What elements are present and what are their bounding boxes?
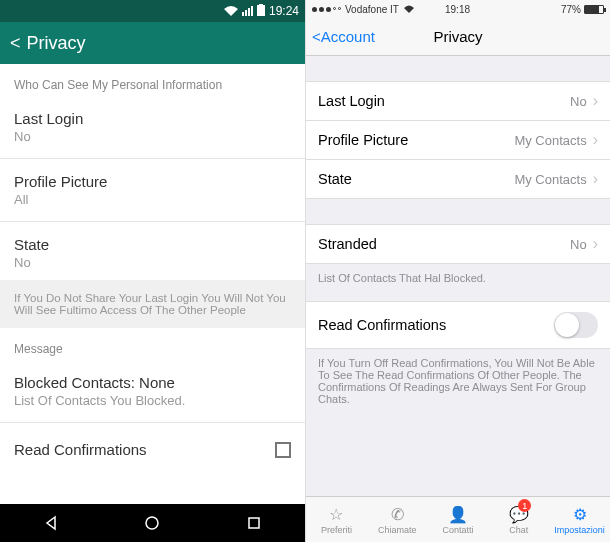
chevron-right-icon: › [593, 235, 598, 252]
tab-label: Impostazioni [554, 525, 605, 535]
stranded-label: Stranded [318, 236, 377, 252]
tab-calls[interactable]: ✆ Chiamate [367, 497, 428, 542]
read-confirm-switch[interactable] [554, 312, 598, 338]
page-title: Privacy [433, 28, 482, 45]
blocked-sub: List Of Contacts You Blocked. [14, 393, 291, 408]
tab-favorites[interactable]: ☆ Preferiti [306, 497, 367, 542]
tab-contacts[interactable]: 👤 Contatti [428, 497, 489, 542]
divider [0, 221, 305, 222]
ios-tabbar: ☆ Preferiti ✆ Chiamate 👤 Contatti 1 💬 Ch… [306, 496, 610, 542]
divider [0, 422, 305, 423]
stranded-value: No [570, 237, 587, 252]
last-login-value: No [14, 129, 291, 144]
svg-rect-1 [259, 4, 263, 6]
note-text: If You Do Not Share Your Last Login You … [0, 280, 305, 328]
row-state[interactable]: State My Contacts› [306, 159, 610, 199]
profile-picture-label: Profile Picture [318, 132, 408, 148]
android-navbar [0, 504, 305, 542]
person-icon: 👤 [448, 505, 468, 524]
battery-icon [584, 5, 604, 14]
last-login-value: No [570, 94, 587, 109]
message-header: Message [0, 328, 305, 364]
android-statusbar: 19:24 [0, 0, 305, 22]
last-login-label: Last Login [318, 93, 385, 109]
ios-panel: Vodafone IT 19:18 77% <Account Privacy L… [305, 0, 610, 542]
row-read-confirmations[interactable]: Read Confirmations [306, 301, 610, 349]
spacer [306, 199, 610, 225]
chevron-right-icon: › [593, 131, 598, 148]
wifi-icon [224, 6, 238, 16]
read-confirm-label: Read Confirmations [14, 441, 147, 458]
tab-label: Chiamate [378, 525, 417, 535]
row-last-login[interactable]: Last Login No [0, 100, 305, 154]
tab-label: Contatti [442, 525, 473, 535]
chevron-right-icon: › [593, 170, 598, 187]
row-stranded[interactable]: Stranded No› [306, 224, 610, 264]
state-label: State [14, 236, 291, 253]
svg-rect-3 [249, 518, 259, 528]
divider [0, 158, 305, 159]
star-icon: ☆ [329, 505, 343, 524]
chevron-right-icon: › [593, 92, 598, 109]
blocked-label: Blocked Contacts: None [14, 374, 291, 391]
state-value: My Contacts [514, 172, 586, 187]
ios-header: <Account Privacy [306, 18, 610, 56]
android-panel: 19:24 < Privacy Who Can See My Personal … [0, 0, 305, 542]
back-label: Account [321, 28, 375, 45]
spacer [306, 56, 610, 82]
phone-icon: ✆ [391, 505, 404, 524]
svg-rect-0 [257, 5, 265, 16]
nav-back-icon[interactable] [43, 515, 59, 531]
android-header: < Privacy [0, 22, 305, 64]
nav-recent-icon[interactable] [246, 515, 262, 531]
back-icon[interactable]: < [10, 33, 21, 54]
last-login-label: Last Login [14, 110, 291, 127]
state-label: State [318, 171, 352, 187]
tab-settings[interactable]: ⚙ Impostazioni [549, 497, 610, 542]
row-state[interactable]: State No [0, 226, 305, 280]
page-title: Privacy [27, 33, 86, 54]
back-button[interactable]: <Account [312, 28, 375, 45]
row-last-login[interactable]: Last Login No› [306, 81, 610, 121]
status-time: 19:24 [269, 4, 299, 18]
tab-chat[interactable]: 1 💬 Chat [488, 497, 549, 542]
read-confirm-checkbox[interactable] [275, 442, 291, 458]
chat-badge: 1 [518, 499, 531, 512]
nav-home-icon[interactable] [144, 515, 160, 531]
row-blocked-contacts[interactable]: Blocked Contacts: None List Of Contacts … [0, 364, 305, 418]
state-value: No [14, 255, 291, 270]
section-header: Who Can See My Personal Information [0, 64, 305, 100]
gear-icon: ⚙ [573, 505, 587, 524]
ios-statusbar: Vodafone IT 19:18 77% [306, 0, 610, 18]
row-profile-picture[interactable]: Profile Picture My Contacts› [306, 120, 610, 160]
ios-content: Last Login No› Profile Picture My Contac… [306, 56, 610, 496]
tab-label: Chat [509, 525, 528, 535]
android-content: Who Can See My Personal Information Last… [0, 64, 305, 504]
status-time: 19:18 [305, 4, 610, 15]
profile-picture-value: All [14, 192, 291, 207]
read-confirm-label: Read Confirmations [318, 317, 446, 333]
row-read-confirmations[interactable]: Read Confirmations [0, 427, 305, 472]
blocked-note: List Of Contacts That Hal Blocked. [306, 264, 610, 292]
tab-label: Preferiti [321, 525, 352, 535]
profile-picture-label: Profile Picture [14, 173, 291, 190]
svg-point-2 [146, 517, 158, 529]
profile-picture-value: My Contacts [514, 133, 586, 148]
read-confirm-note: If You Turn Off Read Confirmations, You … [306, 349, 610, 413]
row-profile-picture[interactable]: Profile Picture All [0, 163, 305, 217]
signal-icon [242, 6, 253, 16]
battery-icon [257, 4, 265, 19]
